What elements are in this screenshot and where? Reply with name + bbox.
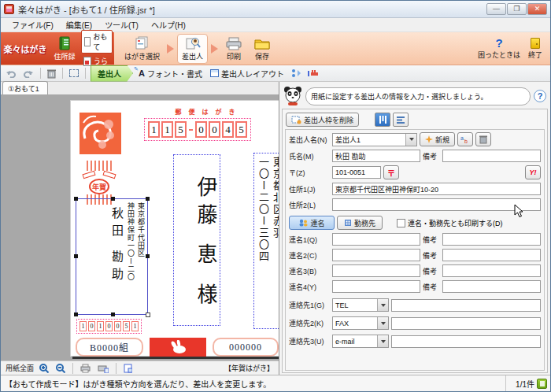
zip-digit: 5 xyxy=(175,121,187,138)
contact1-input[interactable] xyxy=(391,299,541,312)
fit-page-button[interactable]: 用紙全面 xyxy=(6,363,34,373)
resize-handle[interactable] xyxy=(74,197,78,201)
new-year-stamp-icon[interactable] xyxy=(79,112,122,155)
resize-handle[interactable] xyxy=(146,254,150,258)
close-button[interactable]: ✕ xyxy=(527,3,547,15)
print-setting-button[interactable] xyxy=(96,363,110,374)
sort-kana-icon: ab xyxy=(460,135,470,144)
resize-handle[interactable] xyxy=(146,312,150,317)
undo-button[interactable] xyxy=(4,68,18,79)
new-sender-button[interactable]: 新規 xyxy=(420,132,455,146)
resize-handle[interactable] xyxy=(111,197,115,201)
resize-handle[interactable] xyxy=(74,254,78,258)
contact1-type-select[interactable]: TEL xyxy=(332,298,389,312)
memo-label: 備考 xyxy=(423,151,440,161)
sender-mode-badge[interactable]: 差出人 xyxy=(91,65,133,82)
zip-digit: 5 xyxy=(235,121,247,138)
address1-input[interactable] xyxy=(332,183,541,195)
sender-frame-selected[interactable]: 東京都千代田区 神田神保町一〇ー二〇 秋田 勘助 xyxy=(76,198,148,315)
app-window: 楽々はがき - [おもて1 / 住所録.jsr *] — ❐ ✕ ファイル(F)… xyxy=(0,0,551,392)
postcard-preview[interactable]: 郵便はがき 年賀 xyxy=(70,100,279,357)
workplace-tab[interactable]: 勤務先 xyxy=(337,216,383,230)
resize-handle[interactable] xyxy=(111,312,115,316)
title-bar: 楽々はがき - [おもて1 / 住所録.jsr *] — ❐ ✕ xyxy=(1,1,550,18)
sender-layout-button[interactable]: 差出人レイアウト xyxy=(208,67,287,80)
restore-button[interactable]: ❐ xyxy=(507,3,527,15)
recipient-name-frame[interactable]: 伊藤 恵 様 xyxy=(173,154,220,326)
chevron-down-icon[interactable] xyxy=(377,335,388,347)
minimize-button[interactable]: — xyxy=(486,3,506,15)
zoom-out-button[interactable] xyxy=(54,363,67,374)
print-preview-button[interactable] xyxy=(79,363,92,374)
step-sender[interactable]: 差出人 xyxy=(177,34,208,64)
chevron-down-icon[interactable] xyxy=(405,134,416,146)
joint3-input[interactable] xyxy=(332,264,420,277)
horizontal-text-toggle[interactable] xyxy=(393,113,409,127)
address2-input[interactable] xyxy=(332,198,541,211)
font-format-button[interactable]: A フォント・書式 xyxy=(136,67,205,80)
joint4-memo-input[interactable] xyxy=(442,280,541,293)
sender-zip-frame[interactable]: 1 0 1 0 0 5 1 xyxy=(76,319,142,334)
menu-file[interactable]: ファイル(F) xyxy=(6,17,60,32)
reorder-button[interactable] xyxy=(290,68,303,79)
recipient-address-frame[interactable]: 東京都北区赤羽 一〇ー二〇ー三〇四 xyxy=(253,153,279,329)
rabbit-icon xyxy=(169,340,187,354)
front-page-icon xyxy=(84,37,91,46)
front-label: おもて xyxy=(93,31,109,52)
recipient-zip-frame[interactable]: 1 1 5 0 0 4 5 xyxy=(144,118,251,141)
joint4-input[interactable] xyxy=(332,280,420,293)
panel-help-button[interactable]: ? xyxy=(534,90,546,102)
horizontal-lines-icon xyxy=(396,115,405,124)
help-button[interactable]: ? 困ったときは xyxy=(478,38,520,60)
sender-name-label: 差出人名(N) xyxy=(289,135,330,145)
resize-handle[interactable] xyxy=(74,312,78,316)
step-hagaki-select[interactable]: はがき選択 xyxy=(120,35,164,63)
name-input[interactable] xyxy=(332,150,420,162)
resize-handle[interactable] xyxy=(146,197,150,201)
page-setup-button[interactable] xyxy=(122,363,134,374)
select-frame-button[interactable] xyxy=(68,68,80,78)
address-book-button[interactable]: 住所録 xyxy=(50,32,80,65)
joint2-input[interactable] xyxy=(332,249,420,261)
sender-panel: 用紙に設定する差出人の情報を入力・選択しましょう。 ? 差出人枠を削除 xyxy=(279,82,550,375)
vertical-text-toggle[interactable] xyxy=(375,113,390,127)
print-preview-icon xyxy=(80,364,91,373)
address-book-icon xyxy=(57,36,72,50)
joint1-input[interactable] xyxy=(332,233,420,246)
front-button[interactable]: おもて xyxy=(81,30,113,54)
contact2-type-select[interactable]: FAX xyxy=(332,316,389,330)
menu-help[interactable]: ヘルプ(H) xyxy=(145,17,192,32)
step-save[interactable]: 保存 xyxy=(250,35,275,63)
joint1-label: 連名1(Q) xyxy=(289,235,330,245)
guide-button[interactable] xyxy=(306,68,320,79)
joint2-memo-input[interactable] xyxy=(442,249,541,261)
chevron-down-icon[interactable] xyxy=(377,317,388,329)
exit-button[interactable]: 終了 xyxy=(528,38,542,60)
contact2-input[interactable] xyxy=(391,317,541,330)
print-both-checkbox[interactable] xyxy=(397,219,405,227)
zip-lookup-button[interactable]: 〒 xyxy=(383,165,399,179)
sender-select[interactable]: 差出人1 xyxy=(332,133,417,146)
step-print[interactable]: 印刷 xyxy=(221,35,246,63)
zoom-in-button[interactable] xyxy=(38,363,50,374)
tab-front1[interactable]: ①おもて1 xyxy=(2,81,48,94)
delete-sender-frame-button[interactable]: 差出人枠を削除 xyxy=(286,113,359,127)
joint-names-tab[interactable]: 連名 xyxy=(289,216,335,230)
delete-button[interactable] xyxy=(46,68,57,80)
joint3-memo-input[interactable] xyxy=(442,264,541,277)
contact1-type-value: TEL xyxy=(333,301,377,309)
chevron-down-icon[interactable] xyxy=(377,299,388,311)
joint1-memo-input[interactable] xyxy=(442,233,541,246)
name-memo-input[interactable] xyxy=(442,150,541,162)
sort-kana-button[interactable]: ab xyxy=(457,132,473,146)
contact3-input[interactable] xyxy=(391,335,541,348)
redo-button[interactable] xyxy=(21,68,35,79)
address-book-status-icon xyxy=(537,379,547,389)
yahoo-transit-button[interactable]: Y! xyxy=(525,165,541,179)
contact3-type-select[interactable]: e-mail xyxy=(332,335,389,348)
zip-input[interactable] xyxy=(332,166,381,179)
folder-icon xyxy=(253,36,271,50)
delete-sender-button[interactable] xyxy=(475,132,491,146)
name-label: 氏名(M) xyxy=(289,151,330,161)
design-canvas[interactable]: 郵便はがき 年賀 xyxy=(1,95,279,361)
